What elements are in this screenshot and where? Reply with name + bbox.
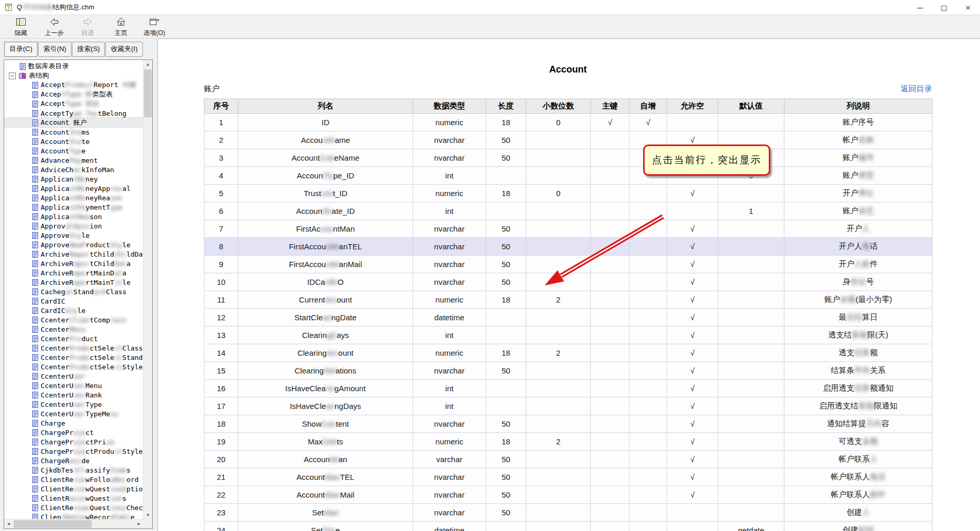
back-button[interactable]: 上一步 (38, 15, 71, 38)
tree-item[interactable]: ApprovalOpinion (4, 221, 143, 231)
tree-item[interactable]: AccountType (4, 146, 143, 155)
back-button-label: 上一步 (45, 29, 64, 38)
tree-item[interactable]: AcceptType 样类型表 (4, 90, 143, 99)
tab-search[interactable]: 搜索(S) (72, 42, 105, 57)
cell-name: SetMan (238, 504, 413, 522)
tree-vertical-scrollbar[interactable]: ▲ ▼ (143, 60, 152, 520)
scroll-right-icon[interactable]: ► (135, 520, 143, 528)
tree-item[interactable]: ArchiveReportMainTitle (4, 277, 143, 287)
tree-item[interactable]: ApplicantMoneyReason (4, 193, 143, 202)
close-button[interactable]: × (956, 0, 980, 15)
tree-item[interactable]: CcenterProduct (4, 334, 143, 343)
table-row[interactable]: 4AccountType_IDint0账户类型 (204, 167, 933, 185)
tree-item[interactable]: ApproveStyle (4, 231, 143, 240)
tree-item[interactable]: CcenterProductSelectStyle (4, 362, 143, 371)
tree-item[interactable]: CcenterUserTypeMenu (4, 409, 143, 418)
tree-item[interactable]: ApplicantReason (4, 212, 143, 221)
table-row[interactable]: 8FirstAccountManTELnvarchar50√开户人电话 (204, 238, 933, 256)
table-row[interactable]: 19MaxDebtsnumeric182√可透支金额 (204, 433, 933, 451)
tab-index[interactable]: 索引(N) (38, 42, 71, 57)
table-row[interactable]: 6AccountState_IDint1账户状态 (204, 202, 933, 220)
tree-item[interactable]: CcenterProductSelectClass (4, 343, 143, 353)
scroll-left-icon[interactable]: ◄ (4, 520, 13, 528)
tree-item[interactable]: ApplicantMoney (4, 174, 143, 184)
tab-contents[interactable]: 目录(C) (4, 42, 38, 57)
maximize-button[interactable]: □ (932, 0, 956, 15)
tree-item[interactable]: AcceptType TestBelong (4, 108, 143, 118)
tree-item[interactable]: CjkdbTestClassifyItems (4, 465, 143, 475)
collapse-expander-icon[interactable]: − (9, 73, 16, 79)
tree-item[interactable]: AdvancePayment (4, 155, 143, 165)
tree-item[interactable]: ArchiveReportMainData (4, 268, 143, 277)
table-row[interactable]: 15ClearingRelationsnvarchar50√结算条件间关系 (204, 362, 933, 380)
table-row[interactable]: 2AccountNamenvarchar50√帐户名称 (204, 131, 933, 149)
table-row[interactable]: 13ClearingDaysint√透支结算期限(天) (204, 327, 933, 344)
tree-item[interactable]: ApproveNewProductStyle (4, 240, 143, 249)
tree-item[interactable]: ChargeProject (4, 428, 143, 437)
home-button[interactable]: 主页 (104, 15, 138, 38)
scroll-down-icon[interactable]: ▼ (143, 511, 152, 520)
tree-item[interactable]: CcenterUserMenu (4, 381, 143, 390)
table-row[interactable]: 22AccountManMailnvarchar50√帐户联系人邮件 (204, 486, 933, 504)
tree-item[interactable]: ApplicantPaymentType (4, 202, 143, 212)
tree-item[interactable]: AdviceCheckInfoMan (4, 165, 143, 174)
tree-item[interactable]: ChargeReside (4, 456, 143, 465)
vertical-scroll-thumb[interactable] (144, 69, 152, 117)
table-row[interactable]: 21AccountManTELnvarchar50√帐户联系人电话 (204, 468, 933, 486)
tree-item[interactable]: Account 账户 (4, 118, 143, 127)
table-row[interactable]: 5TrustUnit_IDnumeric180√开户单位 (204, 185, 933, 202)
options-button[interactable]: 选项(O) (138, 15, 171, 38)
table-row[interactable]: 10IDCardNOnvarchar50√身份证号 (204, 273, 933, 291)
table-row[interactable]: 17IsHaveClearingDaysint√启用透支结算期限通知 (204, 397, 933, 415)
table-row[interactable]: 14ClearingAmountnumeric182√透支结算额 (204, 344, 933, 362)
table-row[interactable]: 16IsHaveClearingAmountint√启用透支结算额通知 (204, 380, 933, 397)
table-row[interactable]: 23SetMannvarchar50创建人 (204, 504, 933, 522)
tree-item[interactable]: ChargeProjectPrice (4, 437, 143, 446)
tree-item[interactable]: ChargeProjectProductStyle (4, 446, 143, 456)
tree-item[interactable]: CcenterMenu (4, 324, 143, 334)
cell-ai (630, 362, 667, 380)
tree-item[interactable]: CcenterUser (4, 371, 143, 381)
tree-item-group[interactable]: − 表结构 (4, 71, 143, 80)
tree-item[interactable]: ArchiveReportChildChildData (4, 249, 143, 259)
tree-item-root[interactable]: 数据库表目录 (4, 62, 143, 71)
tree-item[interactable]: AccountState (4, 137, 143, 146)
tree-item[interactable]: CcenterUserRank (4, 390, 143, 400)
table-row[interactable]: 9FirstAccountManMailnvarchar50√开户人邮件 (204, 256, 933, 273)
minimize-button[interactable]: — (908, 0, 932, 15)
tree-item[interactable]: AcceptProductReport 中國 (4, 80, 143, 90)
tree-horizontal-scrollbar[interactable]: ◄ ► (4, 519, 143, 528)
table-row[interactable]: 18ShowContentnvarchar50√通知结算提示内容 (204, 415, 933, 433)
hide-button[interactable]: 隐藏 (4, 15, 38, 38)
table-row[interactable]: 24SetTimedatetimegetdate创建时间 (204, 522, 933, 531)
tree-item[interactable]: ClientReviewFollowRecord (4, 475, 143, 484)
tree-item[interactable]: CachegetStandardClass (4, 287, 143, 296)
cell-type: numeric (413, 185, 486, 202)
tree-item[interactable]: CcenterProductSelectStand (4, 353, 143, 362)
tree-item[interactable]: CardIC (4, 296, 143, 306)
tree-item[interactable]: ClientReviewQuestionOption (4, 484, 143, 493)
cell-dec (526, 522, 591, 531)
table-row[interactable]: 11CurrentAmountnumeric182√账户余额(最小为零) (204, 291, 933, 309)
horizontal-scroll-thumb[interactable] (14, 520, 92, 528)
tree-item[interactable]: AcceptType 回访 (4, 99, 143, 108)
table-row[interactable]: 20AccountManvarchar50√帐户联系人 (204, 451, 933, 468)
tab-favorites[interactable]: 收藏夹(I) (105, 42, 142, 57)
tree-item[interactable]: ClientReViewRecordTable (4, 512, 143, 520)
table-row[interactable]: 7FirstAccountMannvarchar50√开户人 (204, 220, 933, 238)
scroll-up-icon[interactable]: ▲ (143, 60, 152, 69)
tree-item[interactable]: ApplicantMoneyApproval (4, 184, 143, 193)
table-row[interactable]: 12StartClearingDatedatetime√最后结算日 (204, 309, 933, 327)
back-to-catalog-link[interactable]: 返回目录 (896, 84, 932, 94)
tree-item[interactable]: CcenterClientComplain (4, 315, 143, 324)
tree-item[interactable]: Charge (4, 418, 143, 428)
table-row[interactable]: 1IDnumeric180√√账户序号 (204, 114, 933, 131)
tree-item[interactable]: ClientReviewQuestions (4, 493, 143, 503)
tree-item[interactable]: ClientReviewQuestionsCheck (4, 503, 143, 512)
tree-item[interactable]: ArchiveReportChildData (4, 259, 143, 268)
tree-item[interactable]: CardICStyle (4, 306, 143, 315)
forward-button[interactable]: 前进 (71, 15, 104, 38)
tree-item[interactable]: AccountItems (4, 127, 143, 137)
table-row[interactable]: 3AccountCodeNamenvarchar50账户编号 (204, 149, 933, 167)
tree-item[interactable]: CcenterUserType (4, 400, 143, 409)
